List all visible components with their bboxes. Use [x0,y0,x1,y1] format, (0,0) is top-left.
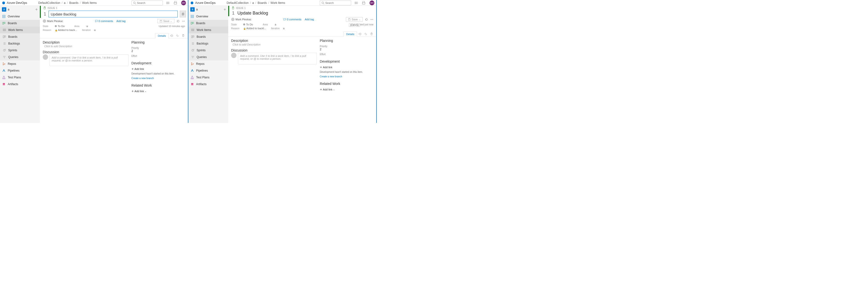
search-box[interactable] [131,0,163,5]
chevron-down-icon: ⌄ [359,18,361,21]
nav-pipelines[interactable]: Pipelines [0,67,40,74]
project-name[interactable]: a [196,8,222,11]
project-name[interactable]: a [8,8,34,11]
create-branch-link[interactable]: Create a new branch [320,75,373,78]
chevron-down-icon: ⌄ [170,20,172,22]
nav-test-plans[interactable]: Test Plans [188,74,228,81]
description-field[interactable]: Click to add Description [43,45,128,48]
nav-repos[interactable]: Repos [188,60,228,67]
links-icon[interactable] [174,33,180,38]
history-icon[interactable] [168,33,174,38]
artifacts-icon [2,82,6,86]
nav-repos[interactable]: Repos [0,60,40,67]
nav-boards-sub[interactable]: Boards [0,33,40,40]
breadcrumb-item[interactable]: a [252,1,254,5]
attachments-icon[interactable] [180,33,186,38]
nav-boards[interactable]: Boards [188,20,228,27]
reason-value[interactable]: 🔒Added to backl... [243,27,266,30]
breadcrumb-item[interactable]: DefaultCollection [227,1,249,5]
tab-details[interactable]: Details [343,31,357,37]
title-input[interactable] [49,11,178,18]
breadcrumb-item[interactable]: Boards [69,1,79,5]
discussion-input[interactable]: Add a comment. Use # to link a work item… [50,54,128,66]
nav-pipelines[interactable]: Pipelines [188,67,228,74]
breadcrumb-item[interactable]: a [64,1,66,5]
iteration-value[interactable]: a [94,29,96,31]
nav-backlogs[interactable]: Backlogs [0,40,40,47]
nav-work-items[interactable]: Work Items [0,27,40,33]
save-button[interactable]: Save⌄ [346,17,363,22]
comments-link[interactable]: 0 comments [95,20,113,23]
nav-queries[interactable]: Queries [0,54,40,60]
tab-details[interactable]: Details [155,33,168,38]
add-tag-button[interactable]: Add tag [305,18,314,21]
links-icon[interactable] [363,31,369,36]
breadcrumb-item[interactable]: Work Items [271,1,285,5]
save-button[interactable]: Save⌄ [157,19,174,23]
discussion-input[interactable]: Add a comment. Use # to link a work item… [238,53,317,64]
assigned-to[interactable]: Mark Pleskac [231,18,251,21]
nav-queries[interactable]: Queries [188,54,228,60]
nav-sprints[interactable]: Sprints [0,47,40,54]
nav-work-items[interactable]: Work Items [188,27,228,33]
state-value[interactable]: To Do [55,25,65,28]
marketplace-icon[interactable] [174,1,177,5]
nav-backlogs[interactable]: Backlogs [188,40,228,47]
attachments-icon[interactable] [369,31,374,36]
refresh-icon[interactable] [176,19,180,23]
sprints-icon [191,48,195,52]
nav-sprints[interactable]: Sprints [188,47,228,54]
title-text[interactable]: Update Backlog [237,11,374,16]
nav-boards-sub[interactable]: Boards [188,33,228,40]
search-box[interactable] [320,0,351,5]
more-actions-icon[interactable] [370,18,373,21]
iteration-value[interactable]: a [283,27,284,30]
description-field[interactable]: Click to add Description [231,43,317,46]
comments-link[interactable]: 0 comments [283,18,302,21]
user-avatar[interactable]: MH [181,0,186,5]
add-project-icon[interactable] [223,8,226,11]
search-input[interactable] [325,1,349,4]
window-right: Azure DevOps DefaultCollection/ a/ Board… [188,0,377,123]
search-input[interactable] [137,1,161,4]
breadcrumb-item[interactable]: Work Items [82,1,97,5]
add-related-link-button[interactable]: Add link⌄ [131,90,185,93]
nav-overview[interactable]: Overview [0,13,40,20]
nav-artifacts[interactable]: Artifacts [0,81,40,88]
nav-overview[interactable]: Overview [188,13,228,20]
reason-value[interactable]: 🔒Added to back... [55,29,77,31]
list-view-icon[interactable] [166,1,170,5]
accent-bar [40,6,41,18]
work-items-icon [2,28,6,32]
history-icon[interactable] [357,31,363,36]
state-value[interactable]: To Do [243,23,253,26]
marketplace-icon[interactable] [362,1,366,5]
priority-value[interactable]: 2 [320,48,373,51]
add-tag-button[interactable]: Add tag [116,20,126,23]
refresh-icon[interactable] [365,18,368,21]
person-avatar-icon [231,18,235,21]
related-work-title: Related Work [131,83,185,87]
add-related-link-button[interactable]: Add link⌄ [320,88,373,91]
create-branch-link[interactable]: Create a new branch [131,77,185,80]
add-link-button[interactable]: Add link [131,67,185,70]
nav-test-plans[interactable]: Test Plans [0,74,40,81]
assigned-to[interactable]: Mark Pleskac [43,19,63,23]
add-link-button[interactable]: Add link [320,66,373,69]
nav-artifacts[interactable]: Artifacts [188,81,228,88]
area-value[interactable]: a [87,25,88,28]
user-avatar[interactable]: MH [370,0,374,5]
add-project-icon[interactable] [35,8,38,11]
boards-sub-icon [191,35,195,39]
priority-label: Priority [320,45,373,48]
priority-value[interactable]: 2 [131,49,185,53]
copy-title-button[interactable] [180,11,186,18]
more-actions-icon[interactable] [182,19,185,23]
dev-not-started-text: Development hasn't started on this item. [131,72,185,75]
list-view-icon[interactable] [354,1,359,5]
priority-label: Priority [131,47,185,49]
breadcrumb-item[interactable]: DefaultCollection [38,1,60,5]
area-value[interactable]: a [275,23,276,26]
nav-boards[interactable]: Boards [0,20,40,27]
breadcrumb-item[interactable]: Boards [258,1,267,5]
